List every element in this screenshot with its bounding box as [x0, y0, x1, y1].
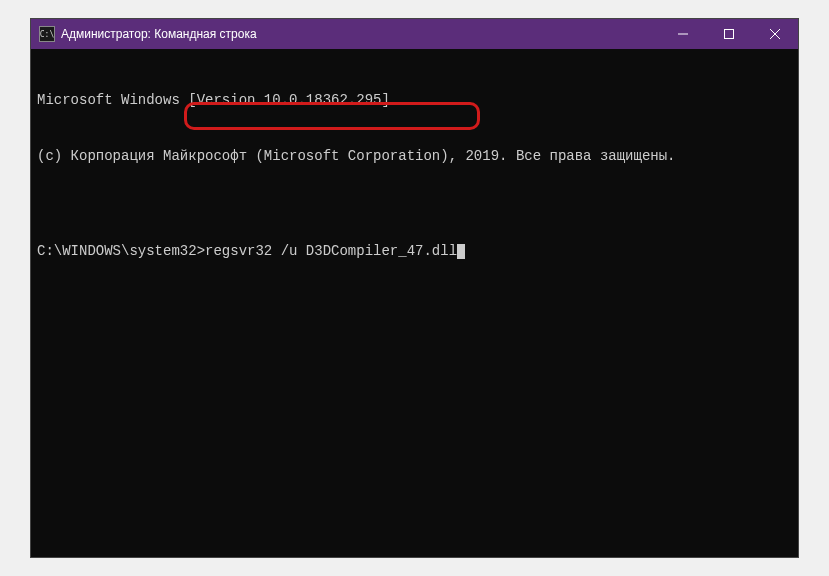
svg-rect-1 — [725, 30, 734, 39]
prompt: C:\WINDOWS\system32> — [37, 243, 205, 259]
titlebar-left: C:\ Администратор: Командная строка — [31, 26, 257, 42]
app-icon: C:\ — [39, 26, 55, 42]
minimize-button[interactable] — [660, 19, 706, 49]
maximize-icon — [724, 29, 734, 39]
maximize-button[interactable] — [706, 19, 752, 49]
window-controls — [660, 19, 798, 49]
cursor — [457, 244, 465, 259]
copyright-line: (c) Корпорация Майкрософт (Microsoft Cor… — [37, 147, 792, 166]
command-prompt-window: C:\ Администратор: Командная строка — [30, 18, 799, 558]
close-icon — [770, 29, 780, 39]
command-text: regsvr32 /u D3DCompiler_47.dll — [205, 243, 457, 259]
titlebar[interactable]: C:\ Администратор: Командная строка — [31, 19, 798, 49]
version-line: Microsoft Windows [Version 10.0.18362.29… — [37, 91, 792, 110]
close-button[interactable] — [752, 19, 798, 49]
window-title: Администратор: Командная строка — [61, 27, 257, 41]
minimize-icon — [678, 29, 688, 39]
prompt-line: C:\WINDOWS\system32>regsvr32 /u D3DCompi… — [37, 242, 792, 261]
terminal-output[interactable]: Microsoft Windows [Version 10.0.18362.29… — [31, 49, 798, 557]
